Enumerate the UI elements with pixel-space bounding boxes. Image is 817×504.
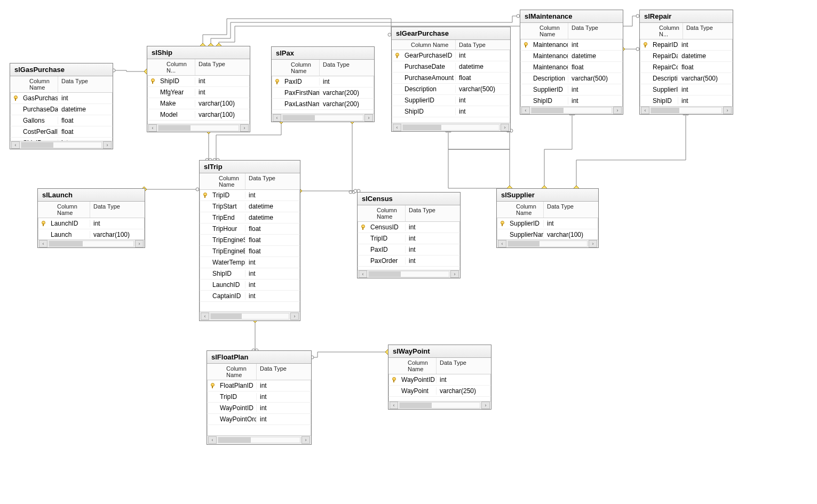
table-title[interactable]: slMaintenance [520,10,623,23]
table-slRepair[interactable]: slRepairColumn N...Data TypeRepairIDintR… [639,10,733,115]
column-row[interactable]: RepairIDint [640,39,733,51]
column-row[interactable]: TripIDint [207,391,311,403]
column-row[interactable]: SupplierIDint [392,95,510,106]
horizontal-scrollbar[interactable]: ‹› [392,123,510,131]
table-title[interactable]: slPax [272,47,374,60]
scroll-track[interactable] [368,271,449,277]
scroll-track[interactable] [399,402,480,409]
table-slShip[interactable]: slShipColumn N...Data TypeShipIDintMfgYe… [147,46,250,132]
scroll-thumb[interactable] [369,271,401,277]
scroll-thumb[interactable] [21,142,53,148]
horizontal-scrollbar[interactable]: ‹› [497,239,598,247]
column-row[interactable]: SupplierIDint [640,84,733,95]
column-row[interactable]: ShipIDint [640,95,733,106]
column-row[interactable]: GearPurchaseIDint [392,50,510,61]
column-row[interactable]: SupplierNamevarchar(100) [497,229,598,239]
scroll-right-icon[interactable]: › [589,240,597,247]
column-row[interactable]: LaunchIDint [38,218,145,229]
table-title[interactable]: slLaunch [38,189,145,202]
column-row[interactable]: ShipIDint [392,106,510,117]
table-title[interactable]: slFloatPlan [207,351,311,364]
column-row[interactable]: Descriptionvarchar(500) [520,73,623,84]
scroll-left-icon[interactable]: ‹ [39,240,47,247]
column-row[interactable]: CostPerGallonfloat [10,126,113,138]
horizontal-scrollbar[interactable]: ‹› [388,401,491,409]
horizontal-scrollbar[interactable]: ‹› [640,106,733,114]
scroll-right-icon[interactable]: › [240,124,249,132]
column-row[interactable]: MaintenanceDatedatetime [520,51,623,62]
scroll-thumb[interactable] [532,108,564,113]
column-row[interactable]: FloatPlanIDint [207,380,311,391]
table-slLaunch[interactable]: slLaunchColumn NameData TypeLaunchIDintL… [37,188,145,248]
column-row[interactable]: TripIDint [358,233,460,244]
scroll-left-icon[interactable]: ‹ [393,124,401,131]
column-row[interactable]: RepairDatedatetime [640,51,733,62]
scroll-thumb[interactable] [508,241,540,246]
column-row[interactable]: WayPointOrderint [207,414,311,425]
scroll-track[interactable] [218,437,300,443]
column-row[interactable]: PaxIDint [358,244,460,255]
column-row[interactable]: TripHourfloat [200,223,300,235]
horizontal-scrollbar[interactable]: ‹› [147,124,250,132]
scroll-right-icon[interactable]: › [103,141,112,149]
scroll-thumb[interactable] [651,108,679,113]
scroll-track[interactable] [651,107,722,114]
table-slGearPurchase[interactable]: slGearPurchaseColumn NameData TypeGearPu… [391,27,511,132]
column-row[interactable]: TripStartdatetime [200,201,300,212]
column-row[interactable]: PurchaseDatedatetime [10,104,113,115]
column-row[interactable]: MfgYearint [147,87,250,98]
scroll-thumb[interactable] [158,125,191,131]
column-row[interactable]: PaxOrderint [358,255,460,267]
column-row[interactable]: TripEngineStartfloat [200,235,300,246]
horizontal-scrollbar[interactable]: ‹› [272,114,374,122]
scroll-left-icon[interactable]: ‹ [521,107,530,114]
scroll-right-icon[interactable]: › [723,107,732,114]
scroll-right-icon[interactable]: › [501,124,509,131]
table-slFloatPlan[interactable]: slFloatPlanColumn NameData TypeFloatPlan… [207,350,312,445]
table-slGasPurchase[interactable]: slGasPurchaseColumn NameData TypeGasPurc… [10,63,113,149]
column-row[interactable]: Modelvarchar(100) [147,109,250,121]
column-row[interactable]: PaxFirstNamevarchar(200) [272,87,374,99]
table-slTrip[interactable]: slTripColumn NameData TypeTripIDintTripS… [199,160,300,321]
column-row[interactable]: PurchaseAmountfloat [392,73,510,84]
scroll-track[interactable] [507,241,588,247]
column-row[interactable]: Gallonsfloat [10,115,113,126]
column-row[interactable]: Launchvarchar(100) [38,229,145,239]
table-slMaintenance[interactable]: slMaintenanceColumn NameData TypeMainten… [520,10,623,115]
scroll-left-icon[interactable]: ‹ [201,313,209,320]
column-row[interactable]: MaintenanceCostfloat [520,62,623,73]
column-row[interactable]: PurchaseDatedatetime [392,61,510,73]
column-row[interactable]: PaxLastNamevarchar(200) [272,99,374,110]
column-row[interactable]: RepairCostfloat [640,62,733,73]
column-row[interactable]: MaintenanceIDint [520,39,623,51]
table-title[interactable]: slGearPurchase [392,27,510,40]
column-row[interactable]: ShipIDint [147,76,250,87]
column-row[interactable]: CensusIDint [358,222,460,233]
column-row[interactable]: Descriptionvarchar(500) [392,84,510,95]
column-row[interactable]: LaunchIDint [200,279,300,291]
horizontal-scrollbar[interactable]: ‹› [207,435,311,444]
scroll-left-icon[interactable]: ‹ [11,141,20,149]
table-title[interactable]: slSupplier [497,189,598,202]
column-row[interactable]: GasPurchaseIDint [10,93,113,104]
scroll-track[interactable] [21,142,102,148]
column-row[interactable]: ShipIDint [520,95,623,106]
scroll-thumb[interactable] [283,115,315,121]
column-row[interactable]: ShipIDint [200,268,300,279]
horizontal-scrollbar[interactable]: ‹› [358,270,460,278]
scroll-right-icon[interactable]: › [302,436,310,444]
table-title[interactable]: slGasPurchase [10,63,113,76]
column-row[interactable]: TripEnddatetime [200,212,300,223]
column-row[interactable]: WayPointIDint [207,403,311,414]
scroll-thumb[interactable] [49,241,83,246]
scroll-track[interactable] [282,115,363,121]
column-row[interactable]: TripEngineEndfloat [200,246,300,257]
table-title[interactable]: slTrip [200,161,300,173]
column-row[interactable]: WayPointIDint [388,374,491,386]
column-row[interactable]: SupplierIDint [520,84,623,95]
column-row[interactable]: CaptainIDint [200,291,300,302]
scroll-thumb[interactable] [400,403,432,408]
scroll-thumb[interactable] [403,125,441,130]
scroll-left-icon[interactable]: ‹ [359,270,367,278]
column-row[interactable]: PaxIDint [272,76,374,87]
